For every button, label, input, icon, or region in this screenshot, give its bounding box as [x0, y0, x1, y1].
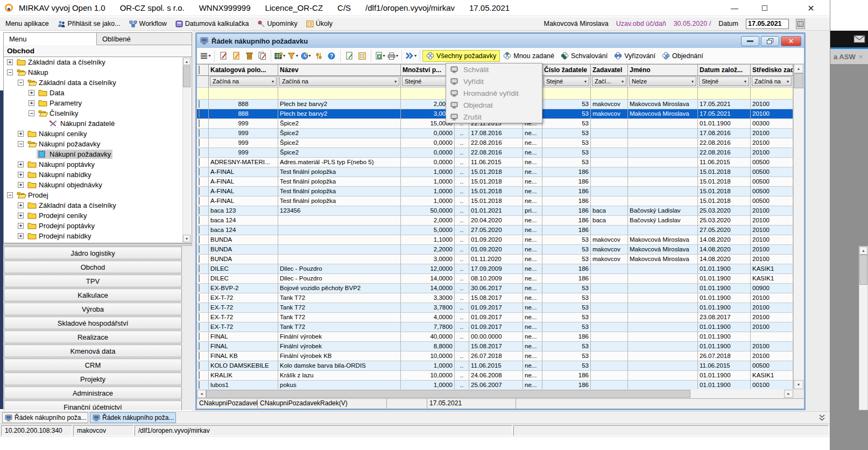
tree-item[interactable]: −Základní data a číselníky [4, 78, 192, 88]
row-checkbox[interactable] [199, 381, 200, 389]
app-toolbar-item[interactable]: Workflow [129, 20, 167, 27]
table-row[interactable]: EX-T-72Tank T724,0000..01.09.2017ne...53… [197, 313, 793, 322]
scroll-right-icon[interactable]: ► [784, 390, 793, 398]
column-header[interactable]: Název [278, 64, 401, 76]
app-toolbar-item[interactable]: Úkoly [306, 20, 333, 27]
table-horizontal-scrollbar[interactable]: ◄ ► [197, 389, 793, 398]
filter-input-cell[interactable] [209, 88, 278, 100]
actions-icon[interactable]: ▾ [404, 50, 418, 62]
filter-operator-dropdown[interactable]: Začí...▾ [592, 76, 626, 86]
new-record-icon[interactable] [217, 50, 230, 62]
row-checkbox[interactable] [199, 371, 200, 379]
filter-operator-dropdown[interactable]: Začíná na▾ [210, 76, 277, 86]
collapse-box-icon[interactable]: − [29, 110, 34, 116]
module-button[interactable]: Výroba [4, 303, 182, 315]
filter-set-button[interactable]: Schvalování [558, 50, 611, 62]
tree-item[interactable]: −Číselníky [4, 108, 192, 118]
row-checkbox[interactable] [199, 323, 200, 331]
scroll-left-icon[interactable]: ◄ [197, 390, 206, 398]
tree-item[interactable]: +Data [4, 88, 192, 98]
select-all-checkbox[interactable] [199, 66, 200, 74]
filter-input-cell[interactable] [197, 88, 209, 100]
column-header[interactable]: Středisko zadava [751, 64, 793, 76]
expand-box-icon[interactable]: + [18, 172, 24, 178]
module-button[interactable]: Finanční účetnictví [4, 400, 182, 410]
module-button[interactable]: Realizace [4, 331, 182, 343]
table-row[interactable]: EX-T-72Tank T723,7800..01.09.2017ne...53… [197, 303, 793, 313]
tree-item[interactable]: −Nákup [4, 67, 192, 78]
table-row[interactable]: baca 1242,0000..20.04.2020ne...186bacaBa… [197, 216, 793, 226]
taskbar-chevrons-icon[interactable] [818, 414, 825, 421]
table-row[interactable]: BUNDA3,0000..01.11.2020ne...53makovcovMa… [197, 255, 793, 264]
row-checkbox[interactable] [199, 100, 200, 108]
table-vertical-scrollbar[interactable]: ▲ ▼ [793, 64, 804, 389]
row-checkbox[interactable] [199, 178, 200, 185]
row-checkbox[interactable] [199, 207, 200, 214]
expand-box-icon[interactable]: + [7, 59, 13, 65]
scroll-thumb[interactable] [794, 73, 803, 88]
scroll-thumb[interactable] [859, 255, 867, 285]
filter-input-cell[interactable] [278, 88, 401, 100]
module-button[interactable]: Skladové hospodářství [4, 317, 182, 329]
tree-item[interactable]: +Základní data a číselníky [4, 57, 192, 67]
column-header[interactable] [197, 64, 209, 76]
filter-set-button[interactable]: Vyřizování [611, 50, 659, 62]
table-row[interactable]: KOLO DAMSKEBILEKolo damske barva bila-OR… [197, 361, 793, 371]
table-row[interactable]: 999Špice20,0000..22.08.2016ne...5322.08.… [197, 138, 793, 148]
filter-set-button[interactable]: Všechny požadavky [422, 50, 500, 62]
scroll-thumb[interactable] [206, 390, 690, 398]
row-checkbox[interactable] [199, 149, 200, 156]
filter-operator-dropdown[interactable]: Nelze▾ [629, 76, 696, 86]
table-row[interactable]: 999Špice20,0000..22.08.2016ne...5322.08.… [197, 148, 793, 158]
table-row[interactable]: baca 1245,0000..27.05.2020ne...18627.05.… [197, 226, 793, 235]
filter-input-cell[interactable] [542, 88, 591, 100]
row-checkbox[interactable] [199, 275, 200, 282]
expand-box-icon[interactable]: + [18, 131, 24, 137]
close-button[interactable]: ✕ [803, 2, 819, 14]
module-button[interactable]: TPV [4, 275, 182, 287]
note-icon[interactable] [343, 50, 356, 62]
tree-item[interactable]: −Prodej [4, 190, 192, 200]
table-row[interactable]: ADRESNY-MATERI...Adres.materiál -PLS typ… [197, 158, 793, 167]
tree-item[interactable]: +Prodejní nabídky [4, 231, 192, 241]
help-icon[interactable]: ? [325, 50, 338, 62]
row-checkbox[interactable] [199, 197, 200, 205]
tree-item[interactable]: Nákupní požadavky [4, 149, 192, 159]
row-checkbox[interactable] [199, 168, 200, 175]
table-row[interactable]: 999Špice20,0000..17.08.2016ne...5317.08.… [197, 129, 793, 138]
table-row[interactable]: A-FINALTest finální polopžka1,0000..15.0… [197, 177, 793, 187]
row-checkbox[interactable] [199, 313, 200, 321]
menu-item[interactable]: Vyřídit [446, 75, 542, 87]
module-button[interactable]: Kalkulace [4, 289, 182, 301]
app-toolbar-item[interactable]: Upomínky [258, 20, 298, 27]
maximize-button[interactable]: ☐ [757, 2, 773, 14]
minimize-button[interactable]: — [726, 2, 743, 14]
tree-item[interactable]: +Parametry [4, 98, 192, 108]
delete-record-icon[interactable] [243, 50, 256, 62]
tree-item[interactable]: +Nákupní objednávky [4, 180, 192, 190]
row-checkbox[interactable] [199, 294, 200, 301]
table-row[interactable]: A-FINALTest finální polopžka1,0000..15.0… [197, 187, 793, 196]
row-checkbox[interactable] [199, 245, 200, 253]
print-icon[interactable]: ▾ [386, 50, 399, 62]
expand-box-icon[interactable]: + [18, 223, 24, 229]
inner-minimize-button[interactable] [741, 36, 759, 46]
module-button[interactable]: Jádro logistiky [4, 247, 182, 259]
taskbar-item[interactable]: Řádek nákupního poža... [2, 412, 88, 423]
expand-box-icon[interactable]: + [18, 202, 24, 208]
row-checkbox[interactable] [199, 216, 200, 224]
copy-record-icon[interactable] [256, 50, 269, 62]
background-app-tab[interactable]: a ASW × [830, 49, 868, 64]
column-header[interactable]: Datum založ... [698, 64, 751, 76]
table-row[interactable]: KRALIKKrálík z lazu10,0000..24.06.2008ne… [197, 371, 793, 381]
filter-input-cell[interactable] [591, 88, 628, 100]
column-header[interactable]: Jméno [628, 64, 698, 76]
filter-set-button[interactable]: Mnou zadané [500, 50, 558, 62]
inner-restore-button[interactable] [761, 36, 779, 46]
history-icon[interactable]: ▾ [299, 50, 312, 62]
scroll-thumb[interactable] [183, 66, 190, 87]
table-row[interactable]: BUNDA2,2000..01.09.2020ne...53makovcovMa… [197, 245, 793, 255]
row-checkbox[interactable] [199, 119, 200, 127]
row-checkbox[interactable] [199, 284, 200, 292]
row-checkbox[interactable] [199, 352, 200, 360]
